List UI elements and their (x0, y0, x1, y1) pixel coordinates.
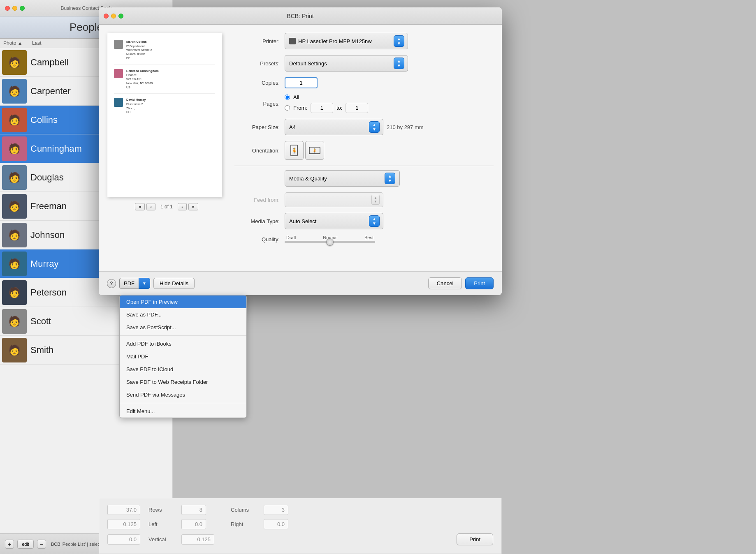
right-input[interactable] (264, 519, 288, 529)
avatar: 🧑 (2, 309, 27, 334)
paper-size-arrow[interactable]: ▲▼ (369, 121, 380, 133)
printer-icon (289, 38, 296, 44)
hide-details-button[interactable]: Hide Details (153, 278, 195, 289)
pdf-menu-edit-menu[interactable]: Edit Menu... (120, 405, 246, 418)
pdf-arrow-button[interactable]: ▼ (139, 278, 150, 289)
avatar-img: 🧑 (2, 338, 27, 362)
contact-name: Peterson (29, 287, 67, 298)
feed-from-select[interactable]: ▲▼ (285, 192, 383, 207)
portrait-btn[interactable]: 🧍 (285, 141, 304, 160)
contact-name: Murray (29, 259, 58, 269)
remove-contact-button[interactable]: − (37, 540, 46, 549)
quality-control: Draft Normal Best (285, 235, 494, 243)
presets-select[interactable]: Default Settings ▲▼ (285, 55, 408, 72)
preview-contact: Martin Collins IT Department Weismarer S… (114, 40, 215, 65)
section-select[interactable]: Media & Quality ▲▼ (285, 170, 400, 187)
pages-radio-group: All From: to: (285, 94, 368, 113)
media-type-select[interactable]: Auto Select ▲▼ (285, 213, 383, 229)
left-input[interactable] (181, 519, 206, 529)
copies-control (285, 77, 494, 88)
contact-name: Campbell (29, 57, 69, 68)
pages-all-label: All (293, 94, 299, 100)
presets-row: Presets: Default Settings ▲▼ (234, 55, 494, 72)
nav-next-btn[interactable]: › (178, 203, 187, 210)
pdf-menu-send-messages[interactable]: Send PDF via Messages (120, 388, 246, 401)
paper-size-select[interactable]: A4 ▲▼ (285, 119, 383, 135)
lower-input-3[interactable] (107, 534, 140, 545)
preview-info: Rebecca Cunningham Finance 975 8th Ave N… (126, 69, 159, 90)
preview-name: Rebecca Cunningham (126, 69, 159, 74)
preview-nav: « ‹ 1 of 1 › » (107, 203, 226, 210)
contact-name: Scott (29, 316, 51, 327)
preview-paper: Martin Collins IT Department Weismarer S… (107, 33, 222, 197)
pdf-menu-save-postscript[interactable]: Save as PostScript... (120, 321, 246, 334)
nav-prev-btn[interactable]: ‹ (146, 203, 155, 210)
quality-thumb[interactable] (326, 238, 334, 246)
dialog-minimize-btn[interactable] (111, 14, 116, 18)
pdf-menu-save-pdf[interactable]: Save as PDF... (120, 308, 246, 321)
lower-input-1[interactable] (107, 505, 140, 515)
lower-print-button[interactable]: Print (457, 533, 493, 545)
dialog-body: Martin Collins IT Department Weismarer S… (99, 25, 502, 271)
avatar: 🧑 (2, 338, 27, 362)
paper-size-row: Paper Size: A4 ▲▼ 210 by 297 mm (234, 119, 494, 135)
print-button[interactable]: Print (465, 277, 494, 289)
svg-text:🧍: 🧍 (312, 148, 318, 154)
avatar: 🧑 (2, 194, 27, 219)
dialog-close-btn[interactable] (104, 14, 109, 18)
cancel-button[interactable]: Cancel (428, 277, 462, 289)
printer-select[interactable]: HP LaserJet Pro MFP M125nw ▲▼ (285, 33, 408, 49)
pdf-menu-open-preview[interactable]: Open PDF in Preview (120, 295, 246, 308)
rows-input[interactable] (181, 505, 206, 515)
pages-from-radio[interactable] (285, 105, 290, 111)
feed-from-control: ▲▼ (285, 192, 494, 207)
avatar-img: 🧑 (2, 108, 27, 132)
quality-best: Best (364, 235, 373, 240)
presets-dropdown-arrow[interactable]: ▲▼ (394, 58, 404, 69)
nav-last-btn[interactable]: » (188, 203, 198, 210)
columns-input[interactable] (264, 505, 288, 515)
pdf-menu-add-ibooks[interactable]: Add PDF to iBooks (120, 337, 246, 350)
preview-photo (114, 69, 123, 78)
add-contact-button[interactable]: + (5, 540, 14, 549)
pages-from-row: From: to: (285, 103, 368, 113)
pages-from-input[interactable] (311, 103, 333, 113)
media-type-arrow[interactable]: ▲▼ (369, 215, 380, 227)
pdf-label-button[interactable]: PDF (119, 278, 139, 289)
preview-name: Martin Collins (126, 40, 152, 44)
dialog-maximize-btn[interactable] (118, 14, 123, 18)
pdf-menu-mail-pdf[interactable]: Mail PDF (120, 350, 246, 363)
rows-label: Rows (148, 507, 173, 513)
avatar-img: 🧑 (2, 280, 27, 305)
pdf-menu-save-web[interactable]: Save PDF to Web Receipts Folder (120, 376, 246, 388)
contact-name: Douglas (29, 172, 64, 183)
help-button[interactable]: ? (107, 279, 116, 288)
orientation-label: Orientation: (234, 148, 280, 154)
contact-name: Johnson (29, 230, 65, 240)
preview-contact: Rebecca Cunningham Finance 975 8th Ave N… (114, 69, 215, 94)
vertical-input[interactable] (181, 534, 214, 545)
pdf-menu-save-icloud[interactable]: Save PDF to iCloud (120, 363, 246, 376)
columns-label: Colums (231, 507, 255, 513)
media-type-value: Auto Select (289, 218, 317, 224)
printer-label: Printer: (234, 38, 280, 44)
contact-name: Carpenter (29, 86, 71, 97)
left-label: Left (148, 521, 173, 527)
printer-dropdown-arrow[interactable]: ▲▼ (394, 35, 404, 47)
copies-input[interactable] (285, 77, 318, 88)
contact-name: Smith (29, 345, 53, 355)
quality-container: Draft Normal Best (285, 235, 375, 243)
pages-to-input[interactable] (346, 103, 368, 113)
pages-all-radio[interactable] (285, 95, 290, 100)
landscape-btn[interactable]: 🧍 (305, 141, 324, 160)
avatar: 🧑 (2, 79, 27, 104)
feed-from-row: Feed from: ▲▼ (234, 192, 494, 207)
edit-contact-button[interactable]: edit (17, 540, 34, 549)
section-arrow[interactable]: ▲▼ (385, 173, 395, 184)
nav-first-btn[interactable]: « (135, 203, 145, 210)
landscape-icon: 🧍 (309, 146, 320, 155)
lower-input-2[interactable] (107, 519, 140, 529)
presets-value: Default Settings (289, 60, 327, 67)
vertical-label: Vertical (148, 536, 173, 542)
avatar: 🧑 (2, 108, 27, 132)
